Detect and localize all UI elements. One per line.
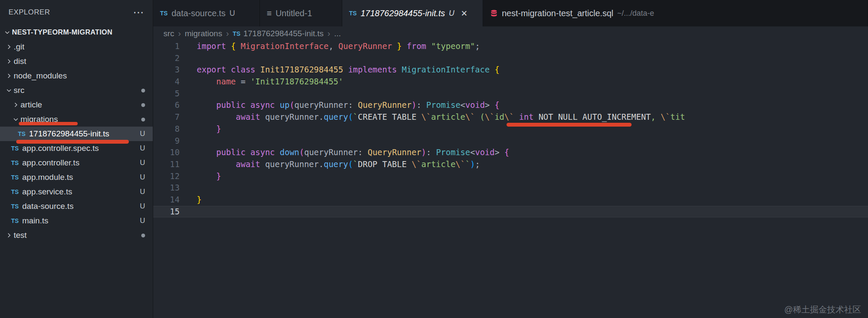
code-line[interactable]: 11 await queryRunner.query(`DROP TABLE \… (153, 159, 868, 171)
typescript-icon: TS (11, 174, 22, 181)
tree-item-article[interactable]: article (0, 98, 153, 112)
line-number: 1 (153, 40, 180, 52)
tree-item-label: app.service.ts (22, 187, 72, 197)
code-text (180, 52, 197, 64)
code-line[interactable]: 12 } (153, 171, 868, 182)
code-area[interactable]: 1import { MigrationInterface, QueryRunne… (153, 40, 868, 318)
line-number: 14 (153, 194, 180, 206)
tree-item-app.service.ts[interactable]: TSapp.service.tsU (0, 185, 153, 199)
code-text: name = 'Init1718762984455' (180, 76, 343, 88)
tree-item-node_modules[interactable]: node_modules (0, 69, 153, 83)
git-untracked-badge: U (449, 9, 454, 18)
tree-item-main.ts[interactable]: TSmain.tsU (0, 214, 153, 228)
tab-data-source.ts[interactable]: TSdata-source.tsU (153, 0, 260, 26)
tree-item-.git[interactable]: .git (0, 40, 153, 54)
typescript-icon: TS (233, 30, 240, 37)
watermark-text: @稀土掘金技术社区 (784, 304, 861, 315)
line-number: 13 (153, 182, 180, 194)
chevron-right-icon[interactable] (4, 58, 14, 65)
line-number: 8 (153, 123, 180, 135)
tree-item-label: 1718762984455-init.ts (29, 129, 109, 139)
tree-item-label: article (20, 100, 42, 110)
breadcrumb-separator-icon: › (178, 29, 181, 38)
breadcrumb-label: ... (334, 29, 341, 38)
chevron-right-icon[interactable] (4, 231, 14, 239)
code-line[interactable]: 10 public async down(queryRunner: QueryR… (153, 147, 868, 159)
code-text: } (180, 194, 201, 206)
chevron-down-icon[interactable] (4, 87, 14, 94)
git-untracked-badge: U (140, 188, 145, 196)
code-text: public async up(queryRunner: QueryRunner… (180, 99, 499, 111)
tree-item-label: node_modules (14, 71, 67, 81)
code-line[interactable]: 13 (153, 182, 868, 194)
chevron-right-icon[interactable] (4, 43, 14, 51)
tree-item-label: src (14, 86, 24, 95)
annotation-underline-init-file (16, 140, 129, 144)
breadcrumb-label: 1718762984455-init.ts (243, 29, 323, 38)
tree-item-app.controller.ts[interactable]: TSapp.controller.tsU (0, 156, 153, 170)
modified-dot-badge (141, 234, 145, 237)
tree-item-app.module.ts[interactable]: TSapp.module.tsU (0, 170, 153, 185)
code-text: export class Init1718762984455 implement… (180, 64, 499, 76)
code-text: } (180, 123, 221, 135)
typescript-icon: TS (160, 10, 168, 17)
line-number: 6 (153, 99, 180, 111)
tab-bar: TSdata-source.tsU≡Untitled-1TS1718762984… (153, 0, 868, 26)
code-text: import { MigrationInterface, QueryRunner… (180, 40, 480, 52)
close-tab-icon[interactable]: ✕ (461, 9, 468, 18)
chevron-right-icon[interactable] (11, 101, 20, 109)
typescript-icon: TS (11, 159, 22, 166)
chevron-right-icon[interactable] (4, 72, 14, 80)
breadcrumb-item-src[interactable]: src (163, 29, 174, 38)
annotation-underline-migrations (19, 122, 78, 125)
modified-dot-badge (141, 103, 145, 107)
tab-path-detail: ~/.../data-e (617, 9, 654, 18)
line-number: 15 (153, 206, 180, 218)
code-line[interactable]: 14} (153, 194, 868, 206)
tree-item-data-source.ts[interactable]: TSdata-source.tsU (0, 199, 153, 214)
tree-item-label: dist (14, 57, 26, 66)
breadcrumb-item-...[interactable]: ... (334, 29, 341, 38)
database-icon (490, 9, 498, 17)
git-untracked-badge: U (140, 130, 145, 138)
code-line[interactable]: 6 public async up(queryRunner: QueryRunn… (153, 99, 868, 111)
code-line[interactable]: 4 name = 'Init1718762984455' (153, 76, 868, 88)
tree-item-label: app.controller.ts (22, 158, 79, 168)
breadcrumb: src›migrations›TS1718762984455-init.ts›.… (153, 26, 868, 40)
more-actions-icon[interactable]: ⋯ (133, 10, 144, 14)
modified-dot-badge (141, 118, 145, 121)
tab-nest-migration-test_article.sql[interactable]: nest-migration-test_article.sql~/.../dat… (483, 0, 868, 26)
code-line[interactable]: 5 (153, 88, 868, 100)
git-untracked-badge: U (140, 159, 145, 167)
explorer-sidebar: EXPLORER ⋯ NEST-TYPEORM-MIGRATION .gitdi… (0, 0, 153, 318)
chevron-down-icon[interactable] (3, 29, 12, 36)
code-line[interactable]: 9 (153, 135, 868, 147)
tab-label: 1718762984455-init.ts (361, 9, 445, 18)
tree-item-label: app.controller.spec.ts (22, 144, 99, 153)
tree-item-1718762984455-init.ts[interactable]: TS1718762984455-init.tsU (0, 127, 153, 141)
tree-item-dist[interactable]: dist (0, 54, 153, 69)
tab-label: Untitled-1 (276, 9, 312, 18)
breadcrumb-item-migrations[interactable]: migrations (185, 29, 222, 38)
tree-item-label: app.module.ts (22, 173, 73, 182)
code-line[interactable]: 7 await queryRunner.query(`CREATE TABLE … (153, 111, 868, 123)
tab-Untitled-1[interactable]: ≡Untitled-1 (260, 0, 342, 26)
breadcrumb-item-1718762984455-init.ts[interactable]: TS1718762984455-init.ts (233, 29, 323, 38)
typescript-icon: TS (11, 203, 22, 210)
code-text: public async down(queryRunner: QueryRunn… (180, 147, 509, 159)
tab-1718762984455-init.ts[interactable]: TS1718762984455-init.tsU✕ (342, 0, 483, 26)
breadcrumb-label: migrations (185, 29, 222, 38)
tree-item-test[interactable]: test (0, 228, 153, 243)
code-line[interactable]: 15 (153, 206, 868, 218)
breadcrumb-separator-icon: › (327, 29, 330, 38)
tree-item-label: test (14, 231, 27, 240)
code-text (180, 135, 197, 147)
code-line[interactable]: 2 (153, 52, 868, 64)
code-line[interactable]: 1import { MigrationInterface, QueryRunne… (153, 40, 868, 52)
tree-item-src[interactable]: src (0, 83, 153, 98)
line-number: 4 (153, 76, 180, 88)
code-text (180, 206, 197, 218)
code-line[interactable]: 3export class Init1718762984455 implemen… (153, 64, 868, 76)
workspace-root-folder[interactable]: NEST-TYPEORM-MIGRATION (0, 25, 153, 40)
typescript-icon: TS (11, 145, 22, 152)
